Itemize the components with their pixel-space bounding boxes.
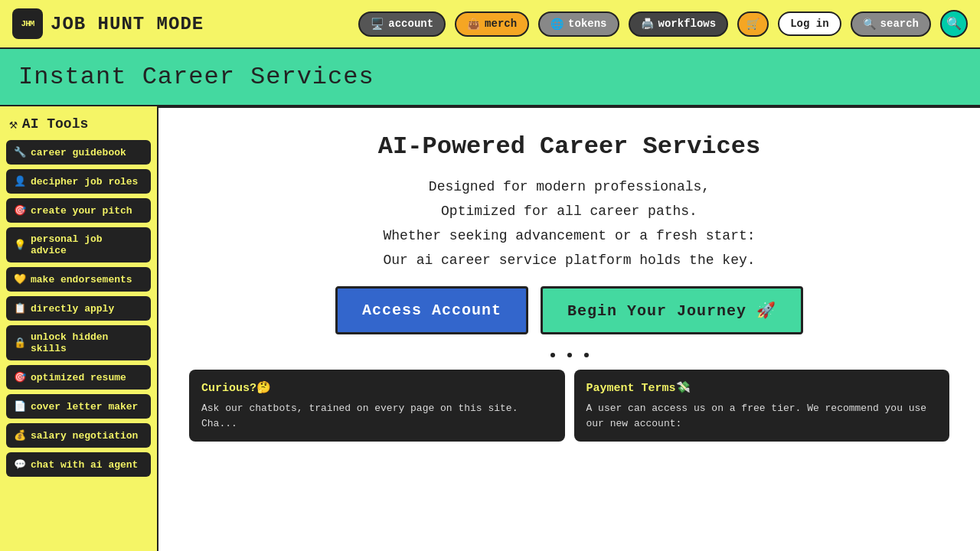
sidebar-item-cover-letter-maker[interactable]: 📄 cover letter maker <box>6 394 151 419</box>
sidebar-item-personal-job-advice[interactable]: 💡 personal job advice <box>6 227 151 262</box>
main-layout: ⚒️ AI Tools 🔧 career guidebook 👤 deciphe… <box>0 106 980 551</box>
chat-ai-label: chat with ai agent <box>31 459 138 471</box>
main-heading: AI-Powered Career Services <box>189 132 949 161</box>
search-icon-small: 🔍 <box>863 18 876 31</box>
sidebar-item-create-your-pitch[interactable]: 🎯 create your pitch <box>6 198 151 223</box>
curious-card: Curious?🤔 Ask our chatbots, trained on e… <box>189 370 565 442</box>
tokens-label: tokens <box>568 18 606 30</box>
payment-card-body: A user can access us on a free tier. We … <box>586 401 938 431</box>
payment-card-title: Payment Terms💸 <box>586 380 938 395</box>
sidebar-item-chat-with-ai-agent[interactable]: 💬 chat with ai agent <box>6 452 151 477</box>
create-pitch-icon: 🎯 <box>14 204 26 217</box>
login-label: Log in <box>790 18 828 30</box>
search-label: search <box>880 18 919 30</box>
create-pitch-label: create your pitch <box>31 205 132 217</box>
directly-apply-label: directly apply <box>31 303 114 315</box>
dots-row <box>189 353 949 357</box>
tagline-1: Designed for modern professionals, <box>189 179 949 194</box>
cta-buttons: Access Account Begin Your Journey 🚀 <box>189 286 949 334</box>
workflows-icon: 🖨️ <box>641 18 654 31</box>
merch-label: merch <box>485 18 517 30</box>
cart-icon: 🛒 <box>746 18 760 31</box>
personal-advice-icon: 💡 <box>14 239 26 251</box>
cart-button[interactable]: 🛒 <box>737 11 769 37</box>
tagline-3: Whether seeking advancement or a fresh s… <box>189 228 949 243</box>
payment-card: Payment Terms💸 A user can access us on a… <box>574 370 950 442</box>
dot-1 <box>550 353 555 357</box>
sidebar-item-make-endorsements[interactable]: 💛 make endorsements <box>6 267 151 292</box>
nav-account-button[interactable]: 🖥️ account <box>358 11 446 37</box>
directly-apply-icon: 📋 <box>14 302 26 315</box>
workflows-label: workflows <box>658 18 717 30</box>
curious-card-title: Curious?🤔 <box>201 380 553 395</box>
logo-area: JHM JOB HUNT MODE <box>12 8 204 39</box>
login-button[interactable]: Log in <box>778 11 841 36</box>
tagline-4: Our ai career service platform holds the… <box>189 253 949 268</box>
curious-card-body: Ask our chatbots, trained on every page … <box>201 401 553 431</box>
taglines: Designed for modern professionals, Optim… <box>189 179 949 268</box>
career-guidebook-icon: 🔧 <box>14 146 26 158</box>
sidebar-item-salary-negotiation[interactable]: 💰 salary negotiation <box>6 423 151 448</box>
logo-text: JOB HUNT MODE <box>51 14 204 34</box>
account-label: account <box>388 18 433 30</box>
sidebar-item-decipher-job-roles[interactable]: 👤 decipher job roles <box>6 169 151 194</box>
dot-3 <box>584 353 589 357</box>
nav-tokens-button[interactable]: 🌐 tokens <box>538 11 619 37</box>
nav-merch-button[interactable]: 👜 merch <box>455 11 529 37</box>
header: JHM JOB HUNT MODE 🖥️ account 👜 merch 🌐 t… <box>0 0 980 49</box>
access-account-button[interactable]: Access Account <box>335 286 528 334</box>
decipher-job-roles-icon: 👤 <box>14 175 26 187</box>
unlock-skills-icon: 🔒 <box>14 337 26 349</box>
sidebar-title-text: AI Tools <box>22 116 88 132</box>
sidebar-item-career-guidebook[interactable]: 🔧 career guidebook <box>6 140 151 165</box>
cover-letter-icon: 📄 <box>14 400 26 412</box>
sidebar-item-unlock-hidden-skills[interactable]: 🔒 unlock hidden skills <box>6 325 151 360</box>
personal-advice-label: personal job advice <box>31 233 143 256</box>
cards-row: Curious?🤔 Ask our chatbots, trained on e… <box>189 370 949 442</box>
search-circle-button[interactable]: 🔍 <box>940 10 968 37</box>
main-content: AI-Powered Career Services Designed for … <box>157 106 980 551</box>
cover-letter-label: cover letter maker <box>31 401 138 412</box>
salary-negotiation-label: salary negotiation <box>31 430 138 442</box>
merch-icon: 👜 <box>467 18 480 31</box>
decipher-job-roles-label: decipher job roles <box>31 176 138 187</box>
sidebar-item-optimized-resume[interactable]: 🎯 optimized resume <box>6 365 151 390</box>
tagline-2: Optimized for all career paths. <box>189 204 949 219</box>
career-guidebook-label: career guidebook <box>31 147 126 158</box>
chat-ai-icon: 💬 <box>14 458 26 471</box>
endorsements-label: make endorsements <box>31 274 132 285</box>
optimized-resume-label: optimized resume <box>31 372 126 383</box>
nav-workflows-button[interactable]: 🖨️ workflows <box>629 11 729 37</box>
endorsements-icon: 💛 <box>14 273 26 285</box>
account-icon: 🖥️ <box>371 18 384 31</box>
banner-title: Instant Career Services <box>18 63 962 91</box>
tokens-icon: 🌐 <box>550 18 564 31</box>
tools-icon: ⚒️ <box>9 116 18 132</box>
sidebar-item-directly-apply[interactable]: 📋 directly apply <box>6 296 151 321</box>
sidebar-section-title: ⚒️ AI Tools <box>6 116 151 132</box>
green-banner: Instant Career Services <box>0 49 980 106</box>
optimized-resume-icon: 🎯 <box>14 371 26 383</box>
sidebar: ⚒️ AI Tools 🔧 career guidebook 👤 deciphe… <box>0 106 157 551</box>
salary-negotiation-icon: 💰 <box>14 429 26 442</box>
search-magnifier-icon: 🔍 <box>946 16 962 31</box>
dot-2 <box>567 353 572 357</box>
unlock-skills-label: unlock hidden skills <box>31 331 143 354</box>
search-button[interactable]: 🔍 search <box>851 11 931 37</box>
logo-badge: JHM <box>12 8 43 39</box>
begin-journey-button[interactable]: Begin Your Journey 🚀 <box>541 286 803 334</box>
